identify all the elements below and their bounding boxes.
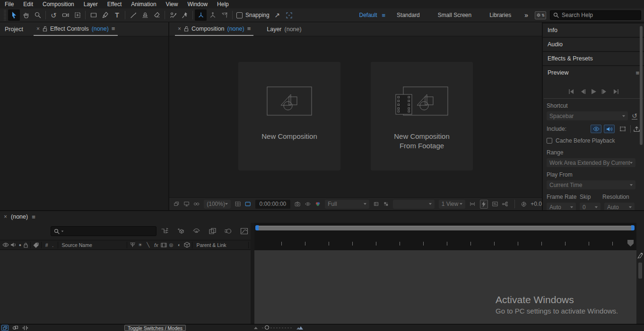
take-snapshot-icon[interactable] xyxy=(295,201,300,207)
layer-list-area[interactable] xyxy=(0,250,251,324)
next-frame-button[interactable] xyxy=(601,89,608,94)
exposure-value[interactable]: +0.0 xyxy=(531,201,542,207)
shortcut-dropdown[interactable]: Spacebar xyxy=(547,111,628,120)
preview-panel-menu-icon[interactable]: ≡ xyxy=(635,69,639,76)
zoom-slider-knob[interactable] xyxy=(265,325,269,330)
snapping-checkbox[interactable] xyxy=(236,12,243,18)
clone-stamp-tool-icon[interactable] xyxy=(139,9,151,21)
cache-before-playback-checkbox[interactable] xyxy=(547,138,552,144)
dot-column-header[interactable]: . xyxy=(50,242,56,248)
eraser-tool-icon[interactable] xyxy=(151,9,163,21)
motion-blur-switch-icon[interactable]: ◎ xyxy=(167,242,175,247)
pen-tool-icon[interactable] xyxy=(99,9,111,21)
play-button[interactable] xyxy=(591,89,597,94)
first-frame-button[interactable] xyxy=(568,89,575,94)
shy-switch-icon[interactable] xyxy=(129,242,136,248)
workspace-default[interactable]: Default xyxy=(354,12,382,18)
frame-blend-switch-icon[interactable] xyxy=(160,242,167,248)
channel-settings-icon[interactable] xyxy=(315,201,321,207)
fast-previews-icon[interactable] xyxy=(480,200,488,209)
timeline-button-icon[interactable] xyxy=(492,201,498,207)
timeline-vertical-scrollbar[interactable] xyxy=(638,263,642,279)
solo-column-icon[interactable]: ● xyxy=(17,243,23,247)
show-snapshot-icon[interactable] xyxy=(305,201,311,207)
include-export-icon[interactable] xyxy=(633,126,640,132)
sync-settings-icon[interactable]: ⇅ xyxy=(535,11,546,19)
timeline-search-input[interactable] xyxy=(65,228,146,235)
adjustment-layer-switch-icon[interactable]: ◐ xyxy=(175,242,183,247)
local-axis-mode-icon[interactable] xyxy=(195,9,207,21)
time-ruler-ticks[interactable] xyxy=(258,242,632,246)
resolution-dropdown[interactable]: Full xyxy=(325,200,369,209)
graph-editor-icon[interactable] xyxy=(240,228,248,235)
expand-in-out-panes-icon[interactable] xyxy=(22,325,28,331)
grid-guides-icon[interactable] xyxy=(235,201,241,207)
effects-switch-icon[interactable]: fx xyxy=(152,242,160,248)
workspace-overflow-icon[interactable]: » xyxy=(524,11,528,19)
camera-tool-icon[interactable] xyxy=(60,9,71,21)
tab-layer[interactable]: Layer (none) xyxy=(264,22,304,36)
selection-tool-icon[interactable] xyxy=(8,9,20,21)
magnification-dropdown[interactable]: (100%) xyxy=(204,200,231,209)
3d-view-dropdown[interactable] xyxy=(393,200,435,209)
include-video-icon[interactable] xyxy=(591,125,601,133)
audio-column-icon[interactable] xyxy=(10,242,17,247)
world-axis-mode-icon[interactable] xyxy=(207,9,218,21)
panel-menu-icon[interactable]: ≡ xyxy=(247,25,251,32)
draft-3d-icon[interactable] xyxy=(177,228,185,235)
zoom-tool-icon[interactable] xyxy=(32,9,44,21)
workspace-default-menu-icon[interactable]: ≡ xyxy=(382,12,386,19)
sidebar-scrollbar[interactable] xyxy=(640,26,643,145)
zoom-out-frames-icon[interactable] xyxy=(253,326,258,330)
menu-effect[interactable]: Effect xyxy=(103,0,126,8)
hide-shy-layers-icon[interactable] xyxy=(192,228,200,235)
include-audio-icon[interactable] xyxy=(604,125,615,133)
help-search-input[interactable] xyxy=(562,12,628,18)
include-overlays-icon[interactable] xyxy=(617,125,628,133)
pan-behind-tool-icon[interactable] xyxy=(71,9,83,21)
expand-transfer-controls-icon[interactable] xyxy=(12,325,18,331)
panel-audio[interactable]: Audio xyxy=(543,38,644,51)
workspace-small-screen[interactable]: Small Screen xyxy=(433,12,476,18)
3d-layer-switch-icon[interactable] xyxy=(183,242,191,248)
type-tool-icon[interactable]: T xyxy=(111,9,123,21)
view-layout-dropdown[interactable]: 1 View xyxy=(439,200,466,209)
monitor-icon[interactable] xyxy=(184,201,190,207)
mask-visibility-icon[interactable] xyxy=(245,201,251,207)
snap-along-edges-icon[interactable]: ↗ xyxy=(271,9,283,21)
work-area-end-handle[interactable] xyxy=(631,225,635,230)
menu-window[interactable]: Window xyxy=(183,0,212,8)
menu-view[interactable]: View xyxy=(161,0,183,8)
reset-exposure-icon[interactable] xyxy=(521,201,527,208)
parent-link-column-header[interactable]: Parent & Link xyxy=(194,242,246,248)
tab-project[interactable]: Project xyxy=(2,22,26,36)
panel-grip[interactable] xyxy=(4,10,6,20)
hand-tool-icon[interactable] xyxy=(20,9,32,21)
video-column-icon[interactable] xyxy=(2,242,9,247)
comp-flowchart-icon[interactable] xyxy=(502,201,508,207)
previous-frame-button[interactable] xyxy=(579,89,586,94)
roto-brush-tool-icon[interactable] xyxy=(167,9,179,21)
pixel-aspect-correction-icon[interactable] xyxy=(470,201,475,207)
expand-layer-switches-icon[interactable] xyxy=(1,325,9,331)
close-icon[interactable]: × xyxy=(178,25,181,32)
last-frame-button[interactable] xyxy=(612,89,619,94)
quality-icon[interactable]: ╲ xyxy=(144,242,152,247)
timeline-zoom-slider[interactable] xyxy=(262,325,292,330)
menu-help[interactable]: Help xyxy=(212,0,234,8)
menu-composition[interactable]: Composition xyxy=(38,0,79,8)
new-composition-button[interactable]: New Composition xyxy=(238,62,340,170)
panel-menu-icon[interactable]: ≡ xyxy=(112,25,115,32)
menu-animation[interactable]: Animation xyxy=(126,0,161,8)
stereo-3d-glasses-icon[interactable] xyxy=(193,201,200,207)
zoom-in-frames-icon[interactable] xyxy=(296,325,304,330)
snap-to-features-icon[interactable] xyxy=(283,9,295,21)
current-time-display[interactable]: 0:00:00:00 xyxy=(255,200,291,209)
play-from-dropdown[interactable]: Current Time xyxy=(547,180,635,189)
effect-controls-content[interactable] xyxy=(0,36,168,210)
range-dropdown[interactable]: Work Area Extended By Current... xyxy=(547,158,635,167)
menu-edit[interactable]: Edit xyxy=(18,0,38,8)
comp-marker-icon[interactable] xyxy=(637,252,644,259)
timeline-tab-label[interactable]: (none) xyxy=(11,213,28,220)
collapse-transformations-icon[interactable]: ☀ xyxy=(136,242,144,247)
